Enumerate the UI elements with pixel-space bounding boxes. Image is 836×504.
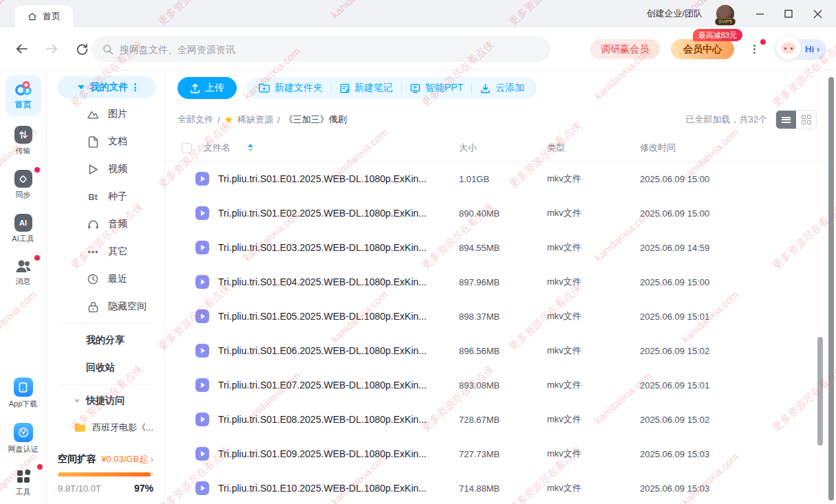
- table-row[interactable]: Tri.pliu.tri.S01.E04.2025.WEB-DL.1080p.E…: [165, 265, 836, 299]
- rail-item-ai-tools[interactable]: AI AI工具: [6, 210, 41, 248]
- table-row[interactable]: Tri.pliu.tri.S01.E03.2025.WEB-DL.1080p.E…: [165, 230, 836, 265]
- verification-icon: [14, 423, 33, 442]
- more-menu-button[interactable]: [745, 41, 763, 58]
- nav-item-others[interactable]: 其它: [47, 238, 164, 265]
- title-bar: 首页 创建企业/团队 SVIP5: [0, 0, 836, 28]
- table-row[interactable]: Tri.pliu.tri.S01.E07.2025.WEB-DL.1080p.E…: [165, 368, 836, 402]
- file-size: 714.88MB: [459, 483, 547, 494]
- refresh-button[interactable]: [72, 37, 92, 61]
- nav-item-videos[interactable]: 视频: [47, 155, 164, 183]
- divider: [58, 384, 153, 385]
- pictures-icon: [86, 109, 100, 120]
- upload-button[interactable]: 上传: [178, 77, 237, 99]
- cloud-add-icon: [480, 83, 491, 94]
- cloud-add-button[interactable]: 云添加: [472, 77, 533, 99]
- breadcrumb-rare-resources[interactable]: 稀缺资源: [237, 113, 273, 126]
- quick-item-folder[interactable]: 西班牙电影《...: [47, 414, 164, 441]
- recent-icon: [86, 274, 100, 285]
- file-size: 1.01GB: [459, 174, 547, 184]
- rail-item-verification[interactable]: 网盘认证: [6, 419, 41, 459]
- storage-progress-track: [58, 472, 153, 476]
- column-type: 类型: [547, 142, 640, 154]
- others-icon: [86, 250, 100, 254]
- rail-item-app-download[interactable]: App下载: [6, 373, 41, 413]
- minimize-button[interactable]: [748, 3, 771, 24]
- table-row[interactable]: Tri.pliu.tri.S01.E02.2025.WEB-DL.1080p.E…: [165, 196, 836, 230]
- table-row[interactable]: Tri.pliu.tri.S01.E10.2025.WEB-DL.1080p.E…: [165, 471, 836, 504]
- nav-panel: 我的文件 图片 文档 视频 B: [47, 71, 165, 504]
- file-size: 898.37MB: [459, 311, 547, 322]
- storage-expand-label: 空间扩容: [58, 453, 96, 465]
- storage-expand-link[interactable]: ¥0.03/GB起 ›: [101, 453, 153, 465]
- nav-recycle-bin[interactable]: 回收站: [47, 354, 164, 382]
- my-files-menu-icon[interactable]: [134, 83, 136, 93]
- file-size: 890.40MB: [459, 208, 547, 219]
- new-note-icon: [340, 83, 350, 94]
- home-icon: [28, 12, 37, 21]
- maximize-button[interactable]: [777, 3, 800, 24]
- file-date: 2025.06.09 15:01: [640, 380, 836, 391]
- table-row[interactable]: Tri.pliu.tri.S01.E08.2025.WEB-DL.1080p.E…: [165, 402, 836, 437]
- nav-item-recent[interactable]: 最近: [47, 265, 164, 293]
- back-button[interactable]: [11, 37, 32, 61]
- select-all-checkbox[interactable]: [182, 143, 192, 153]
- ai-tools-icon: AI: [14, 214, 32, 232]
- table-row[interactable]: Tri.pliu.tri.S01.E09.2025.WEB-DL.1080p.E…: [165, 437, 836, 471]
- storage-percent: 97%: [134, 483, 153, 494]
- breadcrumb-all-files[interactable]: 全部文件: [178, 113, 213, 126]
- search-bar[interactable]: [92, 36, 550, 62]
- file-type: mkv文件: [547, 379, 640, 391]
- nav-item-pictures[interactable]: 图片: [47, 100, 164, 128]
- assistant-label: Hi ›: [805, 44, 819, 54]
- nav-item-hidden-space[interactable]: 隐藏空间: [47, 293, 164, 320]
- close-button[interactable]: [806, 3, 829, 24]
- tab-home[interactable]: 首页: [15, 6, 73, 28]
- left-rail: 首页 传输 同步 AI AI工具 消息: [0, 71, 47, 504]
- rail-item-tools[interactable]: 工具: [6, 464, 41, 501]
- rail-item-transfer[interactable]: 传输: [6, 122, 41, 160]
- vip-center-button[interactable]: 会员中心: [671, 39, 734, 59]
- tab-label: 首页: [43, 10, 61, 23]
- file-name: Tri.pliu.tri.S01.E03.2025.WEB-DL.1080p.E…: [218, 242, 427, 253]
- survey-vip-button[interactable]: 调研赢会员: [590, 39, 660, 59]
- table-header: 文件名 大小 类型 修改时间: [165, 135, 836, 162]
- nav-item-documents[interactable]: 文档: [47, 128, 164, 155]
- user-avatar[interactable]: SVIP5: [716, 5, 734, 23]
- rail-item-messages[interactable]: 消息: [6, 254, 41, 291]
- table-row[interactable]: Tri.pliu.tri.S01.E05.2025.WEB-DL.1080p.E…: [165, 299, 836, 333]
- collapse-triangle-icon: [74, 399, 80, 403]
- notification-dot: [760, 39, 766, 45]
- nav-quick-access[interactable]: 快捷访问: [47, 388, 164, 414]
- rail-item-home[interactable]: 首页: [6, 75, 41, 116]
- new-folder-button[interactable]: 新建文件夹: [250, 77, 331, 99]
- file-type-list: 图片 文档 视频 Bt 种子 音频: [47, 100, 164, 469]
- file-date: 2025.06.09 15:03: [640, 483, 836, 494]
- nav-item-torrents[interactable]: Bt 种子: [47, 183, 164, 210]
- svg-text:P: P: [414, 85, 417, 91]
- window-scrollbar-thumb[interactable]: [828, 77, 834, 501]
- list-view-button[interactable]: [776, 111, 796, 129]
- nav-my-files[interactable]: 我的文件: [58, 76, 156, 98]
- file-name: Tri.pliu.tri.S01.E02.2025.WEB-DL.1080p.E…: [218, 208, 427, 219]
- nav-my-shares[interactable]: 我的分享: [47, 327, 164, 354]
- grid-view-button[interactable]: [796, 111, 816, 129]
- app-download-icon: [14, 377, 33, 397]
- column-size: 大小: [459, 142, 547, 154]
- sort-control[interactable]: [248, 144, 253, 152]
- svip-badge: SVIP5: [715, 18, 736, 25]
- rail-item-sync[interactable]: 同步: [6, 166, 41, 204]
- new-note-button[interactable]: 新建笔记: [332, 77, 401, 99]
- create-team-link[interactable]: 创建企业/团队: [646, 8, 703, 20]
- action-group: 新建文件夹 新建笔记 P 智能PPT: [246, 77, 537, 99]
- file-size: 894.55MB: [459, 243, 547, 253]
- list-scrollbar-thumb[interactable]: [817, 337, 823, 446]
- search-input[interactable]: [120, 44, 539, 55]
- smart-ppt-button[interactable]: P 智能PPT: [402, 77, 471, 99]
- netdisk-logo-icon: [14, 80, 33, 97]
- table-row[interactable]: Tri.pliu.tri.S01.E06.2025.WEB-DL.1080p.E…: [165, 333, 836, 368]
- table-row[interactable]: Tri.pliu.tri.S01.E01.2025.WEB-DL.1080p.E…: [165, 162, 836, 196]
- forward-button[interactable]: [41, 37, 62, 61]
- nav-item-audio[interactable]: 音频: [47, 210, 164, 238]
- messages-notification-dot: [34, 255, 40, 261]
- assistant-button[interactable]: Hi ›: [774, 39, 826, 60]
